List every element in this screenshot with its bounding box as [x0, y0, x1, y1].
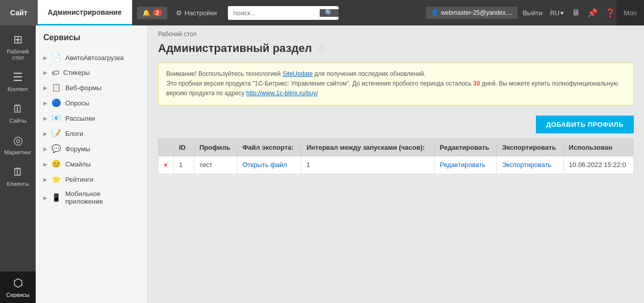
lang-selector[interactable]: RU ▾ — [548, 7, 567, 19]
marketing-icon: ◎ — [13, 134, 23, 147]
arrow-forums: ▶ — [43, 146, 47, 152]
edit-link[interactable]: Редактировать — [440, 161, 485, 169]
arrow-blogs: ▶ — [43, 131, 47, 136]
ratings-icon: ⭐ — [51, 175, 61, 184]
notif-badge: 2 — [153, 9, 162, 16]
sidebar-item-workdesk[interactable]: ⊞ Рабочий стол — [0, 28, 36, 66]
exit-button[interactable]: Выйти — [520, 7, 545, 19]
add-profile-button[interactable]: ДОБАВИТЬ ПРОФИЛЬ — [536, 116, 634, 133]
notice-days: 30 — [473, 80, 480, 87]
services-sidebar-title: Сервисы — [41, 33, 142, 42]
search-input[interactable] — [228, 6, 320, 20]
add-profile-row: ДОБАВИТЬ ПРОФИЛЬ — [158, 116, 634, 133]
sidebar-label-sites: Сайты — [9, 118, 26, 124]
smileys-icon: 😊 — [51, 159, 61, 169]
sidebar-item-mailings[interactable]: ▶ 📧 Рассылки — [41, 111, 142, 126]
webforms-label: Веб-формы — [65, 84, 101, 92]
th-export: Экспортировать — [497, 139, 563, 156]
smileys-label: Смайлы — [65, 160, 91, 168]
arrow-mailings: ▶ — [43, 116, 47, 121]
sidebar-item-mobile[interactable]: ▶ 📱 Мобильное приложение — [41, 187, 142, 208]
arrow-smileys: ▶ — [43, 161, 47, 167]
settings-button[interactable]: ⚙ Настройки — [170, 7, 223, 19]
site-update-link[interactable]: SiteUpdate — [282, 70, 313, 77]
notifications-button[interactable]: 🔔 2 — [137, 7, 167, 19]
question-icon[interactable]: ❓ — [603, 6, 618, 20]
sidebar-item-marketing[interactable]: ◎ Маркетинг — [0, 129, 36, 160]
content-icon: ☰ — [13, 71, 23, 84]
chevron-down-icon: ▾ — [560, 9, 564, 17]
main-layout: ⊞ Рабочий стол ☰ Контент 🗓 Сайты ◎ Марке… — [0, 25, 644, 303]
stickers-label: Стикеры — [63, 69, 90, 76]
mailings-label: Рассылки — [65, 115, 95, 122]
favorite-star-icon[interactable]: ☆ — [317, 43, 325, 54]
sidebar-item-blogs[interactable]: ▶ 📝 Блоги — [41, 126, 142, 141]
export-link[interactable]: Экспортировать — [502, 161, 551, 169]
page-title-row: Административный раздел ☆ — [158, 42, 634, 55]
workdesk-icon: ⊞ — [13, 33, 22, 46]
user-menu[interactable]: 👤 webmaster-25@yandex.... — [426, 7, 518, 19]
delete-button[interactable]: × — [164, 161, 168, 169]
th-edit: Редактировать — [434, 139, 497, 156]
sites-icon: 🗓 — [12, 102, 23, 116]
search-button[interactable]: 🔍 — [320, 9, 339, 17]
sidebar-item-forums[interactable]: ▶ 💬 Форумы — [41, 141, 142, 156]
mon-indicator: Mon — [616, 0, 644, 25]
th-used: Использован — [563, 139, 633, 156]
arrow-stickers: ▶ — [43, 70, 47, 75]
surveys-icon: 🔵 — [51, 98, 61, 107]
monitor-icon[interactable]: 🖥 — [569, 6, 582, 20]
sidebar-item-content[interactable]: ☰ Контент — [0, 66, 36, 97]
topbar: Сайт Администрирование 🔔 2 ⚙ Настройки 🔍… — [0, 0, 644, 25]
arrow-mobile: ▶ — [43, 195, 47, 201]
bell-icon: 🔔 — [142, 9, 150, 17]
topbar-mid: 🔔 2 ⚙ Настройки 🔍 — [132, 0, 421, 25]
sidebar-item-ratings[interactable]: ▶ ⭐ Рейтинги — [41, 172, 142, 187]
gear-icon: ⚙ — [176, 9, 182, 17]
arrow-webforms: ▶ — [43, 85, 47, 91]
sidebar-item-smileys[interactable]: ▶ 😊 Смайлы — [41, 156, 142, 172]
buy-link[interactable]: http://www.1c-bitrix.ru/buy/ — [246, 90, 318, 97]
site-tab[interactable]: Сайт — [0, 0, 38, 25]
sidebar-label-workdesk: Рабочий стол — [7, 48, 29, 61]
arrow-surveys: ▶ — [43, 100, 47, 106]
forums-label: Форумы — [65, 145, 90, 153]
stickers-icon: 🏷 — [51, 68, 59, 77]
clients-icon: 🗓 — [12, 166, 23, 179]
surveys-label: Опросы — [65, 99, 89, 107]
sidebar-label-services: Сервисы — [6, 292, 30, 298]
row-used: 10.06.2022 15:22:0 — [563, 156, 633, 174]
notice-line2: Это пробная версия продукта "1С-Битрикс:… — [166, 79, 626, 98]
sidebar-item-avito[interactable]: ▶ 📄 АвитоАвтозагрузка — [41, 50, 142, 65]
mobile-label: Мобильное приложение — [65, 190, 140, 205]
row-edit: Редактировать — [434, 156, 497, 174]
sidebar-item-stickers[interactable]: ▶ 🏷 Стикеры — [41, 65, 142, 80]
sidebar-item-services[interactable]: ⬡ Сервисы — [0, 271, 36, 303]
sidebar-item-sites[interactable]: 🗓 Сайты — [0, 97, 36, 129]
table-header: ID Профиль Файл экспорта: Интервал между… — [159, 139, 634, 156]
services-sidebar: Сервисы ▶ 📄 АвитоАвтозагрузка ▶ 🏷 Стикер… — [36, 25, 148, 303]
user-icon: 👤 — [431, 9, 439, 16]
sidebar-item-webforms[interactable]: ▶ 📋 Веб-формы — [41, 80, 142, 95]
pin-icon[interactable]: 📌 — [585, 6, 600, 20]
search-bar: 🔍 — [228, 6, 339, 20]
services-icon: ⬡ — [13, 277, 23, 290]
sidebar-item-clients[interactable]: 🗓 Клиенты — [0, 160, 36, 192]
content-area: Рабочий стол Административный раздел ☆ В… — [148, 25, 644, 303]
sidebar-label-clients: Клиенты — [7, 181, 29, 187]
ratings-label: Рейтинги — [65, 176, 93, 183]
topbar-right: 👤 webmaster-25@yandex.... Выйти RU ▾ 🖥 📌… — [421, 0, 644, 25]
avito-label: АвитоАвтозагрузка — [65, 54, 124, 62]
sidebar-item-surveys[interactable]: ▶ 🔵 Опросы — [41, 95, 142, 111]
forums-icon: 💬 — [51, 144, 61, 153]
sidebar-label-marketing: Маркетинг — [4, 149, 31, 155]
table-row: × 1 тест Открыть файл 1 Редактировать Эк… — [159, 156, 634, 174]
row-id: 1 — [174, 156, 194, 174]
admin-tab[interactable]: Администрирование — [38, 0, 132, 25]
breadcrumb[interactable]: Рабочий стол — [158, 31, 634, 38]
row-interval: 1 — [301, 156, 434, 174]
row-delete-cell: × — [159, 156, 174, 174]
row-profile: тест — [194, 156, 238, 174]
page-title: Административный раздел — [158, 42, 312, 55]
open-file-link[interactable]: Открыть файл — [243, 161, 287, 169]
